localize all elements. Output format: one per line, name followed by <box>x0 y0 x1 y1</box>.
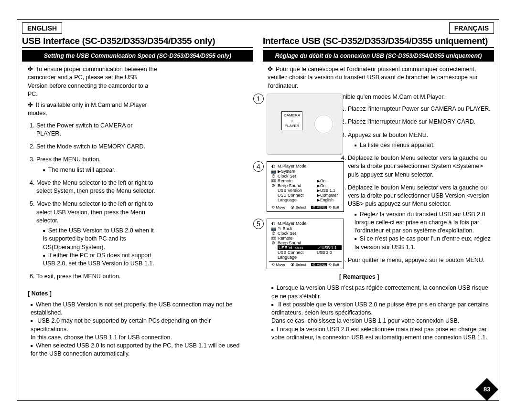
note-text: In this case, choose the USB 1.1 for USB… <box>31 334 172 341</box>
camera-icon: 📷 <box>269 226 278 231</box>
menu-value <box>317 169 342 174</box>
menu-item: USB Connect <box>278 193 317 198</box>
step-2: Set the Mode switch to MEMORY CARD. <box>36 143 158 151</box>
steps-list: Set the Power switch to CAMERA or PLAYER… <box>28 122 158 281</box>
note-item: USB 2.0 may not be supported by certain … <box>31 317 247 342</box>
footer-select: Select <box>290 205 306 210</box>
camera-illustration: CAMERA ○ PLAYER <box>267 94 343 155</box>
subsection-bar-fr: Réglage du débit de la connexion USB (SC… <box>263 50 494 62</box>
substep: Réglez la version du transfert USB sur U… <box>355 210 491 235</box>
note-text: USB 2.0 may not be supported by certain … <box>31 317 211 332</box>
menu-value: ▶USB 1.1 <box>317 188 342 193</box>
menu-item: Language <box>278 198 317 202</box>
step-3: Appuyez sur le bouton MENU. La liste des… <box>348 131 491 150</box>
content-en: To ensure proper communication between t… <box>22 62 253 298</box>
notes-heading: [ Remarques ] <box>339 273 491 281</box>
menu-back: ↰ Back <box>278 226 317 231</box>
footer-move: Move <box>271 262 285 267</box>
steps-list: Placez l'interrupteur Power sur CAMERA o… <box>339 105 491 264</box>
menu-value: USB 2.0 <box>317 250 342 255</box>
note-item: When the USB Version is not set properly… <box>31 301 247 317</box>
menu-value-selected: ✓USB 1.1 <box>317 245 342 250</box>
step-text: Press the MENU button. <box>36 156 101 163</box>
tape-icon: 📼 <box>269 236 278 241</box>
notes-heading: [ Notes ] <box>28 290 158 298</box>
gear-icon: ⚙ <box>269 183 278 188</box>
substep: Set the USB Version to USB 2.0 when it i… <box>43 227 158 252</box>
section-title-fr: Interface USB (SC-D352/D353/D354/D355 un… <box>263 34 494 48</box>
menu-item: USB Connect <box>278 250 317 255</box>
intro-text: Pour que le caméscope et l'ordinateur pu… <box>268 65 491 90</box>
note-item: Il est possible que la version USB 2.0 n… <box>271 301 491 326</box>
step-6: Pour quitter le menu, appuyez sur le bou… <box>348 256 491 264</box>
step-badge-1: 1 <box>253 94 264 104</box>
menu-item: Beep Sound <box>278 183 317 188</box>
figure-1: 1 CAMERA ○ PLAYER <box>253 94 343 155</box>
step-6: To exit, press the MENU button. <box>36 273 158 281</box>
menu-value: ▶Computer <box>317 193 342 198</box>
language-tag-fr: FRANÇAIS <box>449 22 494 34</box>
figure-4: 4 ◐M.Player Mode 📷▶System ⏱Clock Set 📼Re… <box>253 161 344 212</box>
menu-item: Language <box>278 255 317 260</box>
substep: Si ce n'est pas le cas pour l'un d'entre… <box>355 235 491 252</box>
step-4: Déplacez le bouton Menu selector vers la… <box>348 154 491 179</box>
gear-icon: ⚙ <box>269 241 278 245</box>
menu-item-selected: USB Version <box>278 245 317 250</box>
menu-value: ▶English <box>317 198 342 202</box>
footer-exit: MENUExit <box>311 262 339 267</box>
step-1: Placez l'interrupteur Power sur CAMERA o… <box>348 105 491 113</box>
step-3: Press the MENU button. The menu list wil… <box>36 156 158 174</box>
section-title-en: USB Interface (SC-D352/D353/D354/D355 on… <box>22 34 253 48</box>
player-label: PLAYER <box>285 124 300 128</box>
camera-label: CAMERA <box>284 113 300 117</box>
step-text: Appuyez sur le bouton MENU. <box>348 132 428 138</box>
manual-page: ENGLISH USB Interface (SC-D352/D353/D354… <box>17 19 499 401</box>
menu-value <box>317 174 342 178</box>
menu-title: M.Player Mode <box>278 221 342 226</box>
step-5: Déplacez le bouton Menu selector vers la… <box>348 184 491 252</box>
step-2: Placez l'interrupteur Mode sur MEMORY CA… <box>348 118 491 126</box>
page-number-badge: 83 <box>475 378 498 401</box>
footer-select: Select <box>290 262 306 267</box>
menu-value: ▶On <box>317 183 342 188</box>
step-1: Set the Power switch to CAMERA or PLAYER… <box>36 122 158 138</box>
menu-item: Remote <box>278 236 317 241</box>
step-badge-5: 5 <box>253 219 264 229</box>
substep: If either the PC or OS does not support … <box>43 252 158 268</box>
clock-icon: ⏱ <box>269 174 278 178</box>
step-badge-4: 4 <box>253 161 264 172</box>
camera-icon: 📷 <box>269 169 278 174</box>
subsection-bar-en: Setting the USB Communication Speed (SC-… <box>22 50 253 62</box>
menu-item: Clock Set <box>278 231 317 236</box>
substep: La liste des menus apparaît. <box>355 141 491 149</box>
menu-screen-5: ◐M.Player Mode 📷↰ Back ⏱Clock Set 📼Remot… <box>267 219 344 269</box>
menu-item: Remote <box>278 178 317 183</box>
menu-title: M.Player Mode <box>278 164 342 168</box>
substep: The menu list will appear. <box>43 166 158 174</box>
language-tag-en: ENGLISH <box>22 22 62 34</box>
note-text: Dans ce cas, choisissez la version USB 1… <box>271 317 459 324</box>
tape-icon: 📼 <box>269 178 278 183</box>
french-column: FRANÇAIS Interface USB (SC-D352/D353/D35… <box>258 20 499 400</box>
footer-exit: MENUExit <box>311 205 339 210</box>
step-4: Move the Menu selector to the left or ri… <box>36 179 158 196</box>
clock-icon: ⏱ <box>269 231 278 236</box>
menu-item: ▶System <box>278 169 317 174</box>
menu-item: Clock Set <box>278 174 317 178</box>
note-text: Il est possible que la version USB 2.0 n… <box>271 301 489 316</box>
figure-5: 5 ◐M.Player Mode 📷↰ Back ⏱Clock Set 📼Rem… <box>253 219 344 269</box>
step-text: Déplacez le bouton Menu selector vers la… <box>348 184 489 208</box>
figures-column: 1 CAMERA ○ PLAYER 4 ◐M.Player Mode 📷▶Sys… <box>253 94 354 269</box>
footer-move: Move <box>271 205 285 210</box>
power-switch-label: CAMERA ○ PLAYER <box>281 111 302 130</box>
menu-value: ▶On <box>317 178 342 183</box>
note-item: When selected USB 2.0 is not supported b… <box>31 342 247 358</box>
menu-screen-4: ◐M.Player Mode 📷▶System ⏱Clock Set 📼Remo… <box>267 161 344 212</box>
step-5: Move the Menu selector to the left or ri… <box>36 200 158 268</box>
intro-text: To ensure proper communication between t… <box>28 65 158 98</box>
menu-item: USB Version <box>278 188 317 193</box>
note-item: Lorsque la version USB n'est pas réglée … <box>271 284 491 301</box>
english-column: ENGLISH USB Interface (SC-D352/D353/D354… <box>17 20 258 400</box>
menu-item: Beep Sound <box>278 241 317 245</box>
note-item: Lorsque la version USB 2.0 est sélection… <box>271 326 491 342</box>
